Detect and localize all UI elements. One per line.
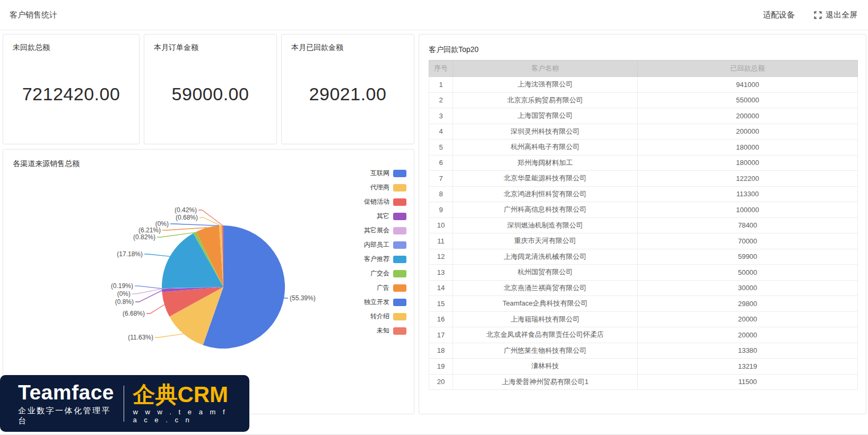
pie-label-line <box>170 224 219 225</box>
cell-received-amount: 180000 <box>638 140 858 155</box>
cell-index: 2 <box>429 92 453 108</box>
cell-received-amount: 11500 <box>638 374 858 390</box>
cell-index: 20 <box>429 374 453 390</box>
table-row: 9广州科高信息科技有限公司100000 <box>429 202 858 218</box>
legend-item[interactable]: 代理商 <box>364 183 406 192</box>
pie-label: (17.18%) <box>117 250 143 258</box>
exit-fullscreen-button[interactable]: 退出全屏 <box>814 10 857 20</box>
legend-item[interactable]: 其它展会 <box>364 226 406 235</box>
cell-index: 13 <box>429 265 453 281</box>
app-header: 客户销售统计 适配设备 退出全屏 <box>0 0 868 30</box>
cell-received-amount: 20000 <box>638 311 858 327</box>
cell-received-amount: 30000 <box>638 280 858 296</box>
teamface-logo: Teamface 企业数字一体化管理平台 企典CRM w w w . t e a… <box>0 375 249 432</box>
cell-customer-name: 北京金凤成祥食品有限责任公司怀柔店 <box>453 327 638 343</box>
logo-brand-block: Teamface 企业数字一体化管理平台 <box>18 381 114 426</box>
column-header-customer-name: 客户名称 <box>453 60 638 77</box>
pie-label-line <box>135 286 162 289</box>
legend-item[interactable]: 广交会 <box>364 269 406 278</box>
stat-card-month-received: 本月已回款金额 29021.00 <box>281 34 414 144</box>
stat-value: 29021.00 <box>291 53 404 135</box>
legend-item[interactable]: 其它 <box>364 212 406 221</box>
table-row: 18广州悠莱生物科技有限公司13380 <box>429 343 858 359</box>
table-row: 7北京华星能源科技有限公司122200 <box>429 171 858 187</box>
cell-received-amount: 13219 <box>638 359 858 375</box>
logo-subtitle: 企业数字一体化管理平台 <box>18 406 114 426</box>
legend-item[interactable]: 客户推荐 <box>364 255 406 264</box>
cell-index: 8 <box>429 186 453 202</box>
legend-label: 互联网 <box>370 169 389 178</box>
table-row: 12上海阔龙清洗机械有限公司59900 <box>429 249 858 265</box>
cell-index: 16 <box>429 311 453 327</box>
cell-customer-name: 深圳燃油机制造有限公司 <box>453 218 638 233</box>
pie-label: (0.8%) <box>115 298 134 306</box>
cell-customer-name: 上海国贸有限公司 <box>453 108 638 124</box>
stat-value: 7212420.00 <box>13 53 129 135</box>
table-row: 20上海爱普神州贸易有限公司111500 <box>429 374 858 390</box>
cell-customer-name: 北京华星能源科技有限公司 <box>453 171 638 187</box>
dashboard: 客户销售统计 适配设备 退出全屏 未回款总额 7212420.00 本月订单金额… <box>0 0 868 435</box>
cell-customer-name: 北京鸿进利恒科贸有限公司 <box>453 186 638 202</box>
pie-label: (55.39%) <box>290 294 316 302</box>
fit-device-button[interactable]: 适配设备 <box>763 10 795 20</box>
top20-table-card: 客户回款Top20 序号 客户名称 已回款总额 1上海沈强有限公司9410002… <box>419 34 866 414</box>
pie-label: (6.68%) <box>123 310 145 317</box>
legend-item[interactable]: 互联网 <box>364 169 406 178</box>
pie-label-line <box>155 334 184 337</box>
table-row: 11重庆市天河有限公司70000 <box>429 233 858 249</box>
cell-customer-name: 杭州高科电子有限公司 <box>453 140 638 155</box>
table-row: 8北京鸿进利恒科贸有限公司113300 <box>429 186 858 202</box>
pie-label-line <box>284 298 288 299</box>
exit-fullscreen-icon <box>814 11 822 19</box>
exit-fullscreen-label: 退出全屏 <box>826 10 857 20</box>
page-title: 客户销售统计 <box>10 10 57 20</box>
table-row: 15Teamface企典科技有限公司29800 <box>429 296 858 312</box>
table-row: 4深圳灵州科技有限公司200000 <box>429 124 858 140</box>
cell-index: 14 <box>429 280 453 296</box>
column-header-index: 序号 <box>429 60 453 77</box>
legend-swatch <box>393 227 406 234</box>
cell-received-amount: 122200 <box>638 171 858 187</box>
cell-index: 6 <box>429 155 453 171</box>
cell-customer-name: 广州科高信息科技有限公司 <box>453 202 638 218</box>
table-row: 1上海沈强有限公司941000 <box>429 77 858 93</box>
legend-label: 客户推荐 <box>364 255 389 264</box>
pie-label-line <box>144 254 170 256</box>
cell-customer-name: 北京燕涌兰祺商贸有限公司 <box>453 280 638 296</box>
legend-swatch <box>393 170 406 177</box>
legend-label: 独立开发 <box>364 298 389 307</box>
channel-sales-pie-card: 各渠道来源销售总额 (55.39%)(11.63%)(6.68%)(0.8%)(… <box>3 149 414 414</box>
legend-label: 其它 <box>377 212 389 221</box>
cell-customer-name: 灢林科技 <box>453 359 638 375</box>
cell-index: 12 <box>429 249 453 265</box>
legend-swatch <box>393 198 406 206</box>
table-row: 5杭州高科电子有限公司180000 <box>429 140 858 155</box>
cell-received-amount: 113300 <box>638 186 858 202</box>
table-row: 17北京金凤成祥食品有限责任公司怀柔店20000 <box>429 327 858 343</box>
pie-label: (0.19%) <box>111 282 133 290</box>
legend-item[interactable]: 转介绍 <box>364 312 406 321</box>
legend-item[interactable]: 广告 <box>364 283 406 292</box>
cell-received-amount: 180000 <box>638 155 858 171</box>
legend-item[interactable]: 独立开发 <box>364 298 406 307</box>
legend-label: 代理商 <box>370 183 389 192</box>
cell-received-amount: 13380 <box>638 343 858 359</box>
stat-value: 59000.00 <box>154 53 267 135</box>
cell-customer-name: Teamface企典科技有限公司 <box>453 296 638 312</box>
legend-swatch <box>393 313 406 320</box>
pie-label-line <box>135 291 162 302</box>
cell-customer-name: 上海爱普神州贸易有限公司1 <box>453 374 638 390</box>
cell-index: 9 <box>429 202 453 218</box>
legend-item[interactable]: 促销活动 <box>364 197 406 206</box>
legend-swatch <box>393 213 406 220</box>
legend-swatch <box>393 327 406 335</box>
table-row: 13杭州国贸有限公司50000 <box>429 265 858 281</box>
legend-item[interactable]: 内部员工 <box>364 240 406 249</box>
legend-swatch <box>393 270 406 277</box>
legend-item[interactable]: 未知 <box>364 326 406 335</box>
stat-card-month-orders: 本月订单金额 59000.00 <box>144 34 277 144</box>
cell-received-amount: 200000 <box>638 108 858 124</box>
legend-swatch <box>393 241 406 249</box>
cell-index: 15 <box>429 296 453 312</box>
legend-swatch <box>393 256 406 263</box>
